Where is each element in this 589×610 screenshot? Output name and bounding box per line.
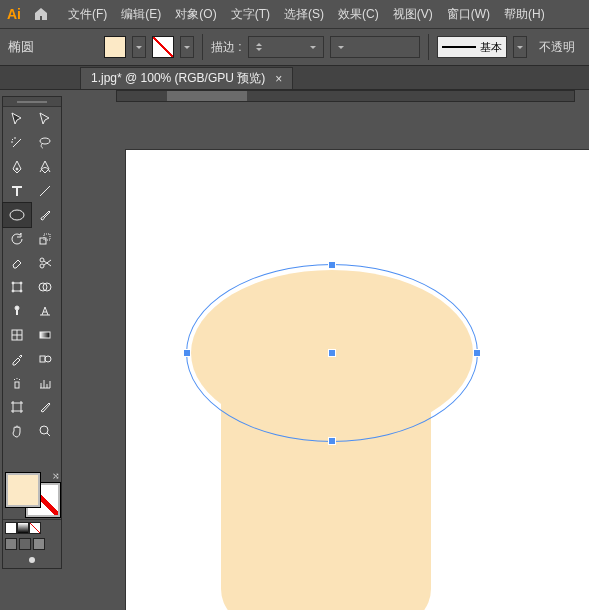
tool-column-graph[interactable] [31, 371, 59, 395]
svg-rect-16 [40, 332, 50, 338]
svg-point-18 [45, 356, 51, 362]
tool-direct-selection[interactable] [31, 107, 59, 131]
tool-ellipse[interactable] [3, 203, 31, 227]
tool-shape-builder[interactable] [31, 275, 59, 299]
tools-panel[interactable]: ⤭ [2, 96, 62, 569]
stroke-label: 描边 : [211, 39, 242, 56]
tools-panel-header[interactable] [3, 97, 61, 107]
svg-rect-20 [13, 403, 21, 411]
tool-scale[interactable] [31, 227, 59, 251]
handle-left[interactable] [184, 350, 190, 356]
menu-window[interactable]: 窗口(W) [441, 2, 496, 27]
menu-file[interactable]: 文件(F) [62, 2, 113, 27]
tool-type[interactable] [3, 179, 31, 203]
tool-symbol-sprayer[interactable] [3, 371, 31, 395]
active-tool-label: 椭圆 [8, 38, 98, 56]
tool-slice[interactable] [31, 395, 59, 419]
tool-paintbrush[interactable] [31, 203, 59, 227]
tool-zoom[interactable] [31, 419, 59, 443]
color-mode-none[interactable] [29, 522, 41, 534]
draw-mode-row [3, 536, 61, 552]
tool-hand[interactable] [3, 419, 31, 443]
brush-definition-dropdown[interactable] [513, 36, 527, 58]
separator [202, 34, 203, 60]
artboard[interactable] [126, 150, 589, 610]
tool-blend[interactable] [31, 347, 59, 371]
svg-point-14 [15, 306, 19, 310]
menu-effect[interactable]: 效果(C) [332, 2, 385, 27]
brush-definition[interactable]: 基本 [437, 36, 507, 58]
home-icon[interactable] [30, 3, 52, 25]
stroke-line-icon [442, 46, 476, 48]
tool-magic-wand[interactable] [3, 131, 31, 155]
scrollbar-thumb[interactable] [167, 91, 247, 101]
tools-grid [3, 107, 61, 467]
draw-inside-icon[interactable] [33, 538, 45, 550]
menu-help[interactable]: 帮助(H) [498, 2, 551, 27]
separator [428, 34, 429, 60]
screen-mode-icon[interactable] [29, 557, 35, 563]
brush-definition-label: 基本 [480, 40, 502, 55]
fill-swatch[interactable] [104, 36, 126, 58]
tool-puppet-warp[interactable] [3, 299, 31, 323]
svg-point-10 [12, 290, 14, 292]
opacity-label: 不透明 [539, 39, 575, 56]
tool-scissors[interactable] [31, 251, 59, 275]
variable-width-profile[interactable] [330, 36, 420, 58]
document-tab-1[interactable]: 1.jpg* @ 100% (RGB/GPU 预览) × [80, 67, 293, 89]
tool-artboard[interactable] [3, 395, 31, 419]
svg-rect-3 [40, 238, 46, 244]
document-tab-title: 1.jpg* @ 100% (RGB/GPU 预览) [91, 70, 265, 87]
tool-eraser[interactable] [3, 251, 31, 275]
tool-rotate[interactable] [3, 227, 31, 251]
menu-type[interactable]: 文字(T) [225, 2, 276, 27]
svg-point-21 [40, 426, 48, 434]
stroke-swatch[interactable] [152, 36, 174, 58]
svg-rect-7 [13, 283, 21, 291]
stroke-swatch-dropdown[interactable] [180, 36, 194, 58]
document-area [76, 90, 589, 610]
title-bar: Ai 文件(F) 编辑(E) 对象(O) 文字(T) 选择(S) 效果(C) 视… [0, 0, 589, 28]
close-tab-icon[interactable]: × [275, 72, 282, 86]
menu-object[interactable]: 对象(O) [169, 2, 222, 27]
svg-point-8 [12, 282, 14, 284]
app-logo-icon: Ai [4, 4, 24, 24]
tool-lasso[interactable] [31, 131, 59, 155]
tool-free-transform[interactable] [3, 275, 31, 299]
fill-stroke-indicator[interactable]: ⤭ [4, 471, 60, 517]
tool-empty [3, 443, 31, 467]
tool-selection[interactable] [3, 107, 31, 131]
handle-top[interactable] [329, 262, 335, 268]
document-tabs: 1.jpg* @ 100% (RGB/GPU 预览) × [0, 66, 589, 90]
fill-indicator[interactable] [6, 473, 40, 507]
menu-bar: 文件(F) 编辑(E) 对象(O) 文字(T) 选择(S) 效果(C) 视图(V… [62, 2, 551, 27]
ellipse-shape[interactable] [191, 270, 473, 436]
menu-view[interactable]: 视图(V) [387, 2, 439, 27]
tool-gradient[interactable] [31, 323, 59, 347]
color-mode-gradient[interactable] [17, 522, 29, 534]
swap-fill-stroke-icon[interactable]: ⤭ [52, 471, 60, 481]
svg-point-0 [40, 138, 50, 144]
svg-point-2 [10, 210, 24, 220]
color-mode-row [3, 519, 61, 536]
stroke-weight-input[interactable] [269, 40, 303, 54]
svg-rect-4 [44, 234, 50, 240]
horizontal-scrollbar[interactable] [116, 90, 575, 102]
svg-point-6 [40, 264, 44, 268]
svg-point-1 [16, 168, 18, 170]
tool-perspective-grid[interactable] [31, 299, 59, 323]
color-mode-solid[interactable] [5, 522, 17, 534]
draw-normal-icon[interactable] [5, 538, 17, 550]
menu-edit[interactable]: 编辑(E) [115, 2, 167, 27]
handle-right[interactable] [474, 350, 480, 356]
svg-point-5 [40, 258, 44, 262]
tool-mesh[interactable] [3, 323, 31, 347]
tool-pen[interactable] [3, 155, 31, 179]
stroke-weight-stepper[interactable] [248, 36, 324, 58]
tool-line-segment[interactable] [31, 179, 59, 203]
fill-swatch-dropdown[interactable] [132, 36, 146, 58]
menu-select[interactable]: 选择(S) [278, 2, 330, 27]
tool-curvature[interactable] [31, 155, 59, 179]
draw-behind-icon[interactable] [19, 538, 31, 550]
tool-eyedropper[interactable] [3, 347, 31, 371]
